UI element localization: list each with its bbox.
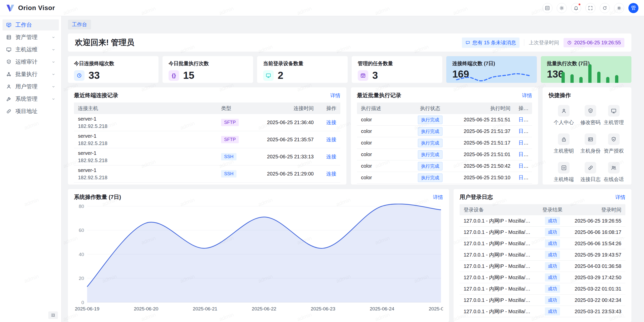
type-cell: SSH: [217, 153, 252, 160]
sidebar-item-dashboard[interactable]: 工作台: [3, 19, 59, 30]
divider: [524, 39, 524, 46]
sidebar-item-asset-list[interactable]: 资产管理: [3, 32, 59, 43]
sidebar-item-label: 批量执行: [15, 70, 37, 78]
login-device-cell: 127.0.0.1 - 内网IP - Mozilla/5.0 (Windows …: [460, 263, 536, 270]
connect-time-cell: 2025-06-25 21:33:13: [252, 154, 318, 160]
connect-link[interactable]: 连接: [326, 154, 336, 159]
connect-link[interactable]: 连接: [326, 171, 336, 176]
quick-action-item[interactable]: 个人中心: [549, 105, 579, 126]
log-link[interactable]: 日志: [518, 117, 529, 122]
column-header: 执行时间: [452, 105, 514, 112]
login-result-badge: 成功: [545, 262, 560, 270]
asset-list-icon: [6, 34, 12, 40]
sidebar-item-wrench[interactable]: 系统管理: [3, 93, 59, 104]
last-login-time: 2025-06-25 19:26:55: [574, 40, 621, 46]
quick-action-item[interactable]: 在线会话: [602, 162, 626, 183]
collapse-icon: [51, 313, 56, 318]
refresh-button[interactable]: [600, 3, 610, 13]
table-row: color执行完成2025-06-25 21:51:51日志: [357, 114, 532, 126]
sidebar-item-user[interactable]: 用户管理: [3, 81, 59, 92]
table-row: 127.0.0.1 - 内网IP - Mozilla/5.0 (Windows …: [460, 249, 625, 261]
login-device-cell: 127.0.0.1 - 内网IP - Mozilla/5.0 (Windows …: [460, 218, 536, 224]
table-row: 127.0.0.1 - 内网IP - Mozilla/5.0 (Windows …: [460, 215, 625, 227]
table-row: 127.0.0.1 - 内网IP - Mozilla/5.0 (Windows …: [460, 238, 625, 249]
user-avatar[interactable]: 管: [628, 3, 638, 13]
host-cell: server-1182.92.5.218: [74, 167, 217, 181]
log-link[interactable]: 日志: [518, 175, 529, 180]
table-row: 127.0.0.1 - 内网IP - Mozilla/5.0 (Windows …: [460, 295, 625, 306]
sidebar-item-shield-check[interactable]: 运维审计: [3, 56, 59, 67]
sidebar-item-cluster[interactable]: 批量执行: [3, 69, 59, 80]
exec-time-cell: 2025-06-25 21:51:51: [452, 117, 514, 123]
connect-link[interactable]: 连接: [326, 137, 336, 142]
quick-action-item[interactable]: 连接日志: [579, 162, 602, 183]
log-link[interactable]: 日志: [518, 140, 529, 146]
stat-card-title: 当前登录设备数量: [263, 60, 342, 67]
exec-time-cell: 2025-06-25 21:51:17: [452, 140, 514, 146]
login-result-badge: 成功: [545, 285, 560, 293]
login-time-cell: 2025-03-29 17:42:50: [569, 275, 625, 280]
log-link[interactable]: 日志: [518, 163, 529, 169]
exec-time-cell: 2025-06-25 21:51:01: [452, 152, 514, 157]
quick-actions-card: 快捷操作 个人中心修改密码主机管理主机密钥主机身份资产授权主机终端连接日志在线会…: [543, 87, 631, 185]
unread-messages-pill[interactable]: 您有 15 条未读消息: [462, 38, 519, 48]
exec-desc-cell: color: [357, 117, 409, 123]
quick-action-item[interactable]: 主机终端: [549, 162, 579, 183]
app-logo[interactable]: Orion Visor: [6, 3, 55, 13]
theme-toggle-button[interactable]: [557, 3, 567, 13]
column-header: 登录设备: [460, 206, 536, 213]
clock-icon: [76, 73, 82, 78]
sidebar-item-desktop[interactable]: 主机运维: [3, 44, 59, 55]
exec-status-badge: 执行完成: [418, 162, 442, 170]
quick-action-item[interactable]: 主机管理: [602, 105, 626, 126]
login-time-cell: 2025-04-03 01:36:58: [569, 263, 625, 269]
sidebar-collapse-button[interactable]: [48, 311, 58, 319]
settings-button[interactable]: [614, 3, 624, 13]
braces-icon: {}: [172, 73, 176, 79]
breadcrumb[interactable]: 工作台: [68, 20, 91, 29]
protocol-badge: SFTP: [221, 136, 239, 143]
quick-action-label: 主机管理: [604, 119, 624, 126]
stat-card-title: 今日连接终端次数: [74, 60, 152, 67]
gear-icon: [617, 6, 622, 11]
login-time-cell: 2025-03-22 01:01:31: [569, 286, 625, 292]
batch-exec-detail-link[interactable]: 详情: [522, 92, 532, 99]
terminal-connections-title: 最近终端连接记录: [74, 92, 118, 99]
table-row: color执行完成2025-06-25 21:51:37日志: [357, 126, 532, 137]
quick-action-label: 在线会话: [604, 176, 624, 183]
notification-dot: [578, 3, 581, 6]
link-icon: [6, 109, 12, 114]
quick-action-item[interactable]: 修改密码: [579, 105, 602, 126]
notifications-button[interactable]: [571, 3, 581, 13]
code-runner-button[interactable]: [542, 3, 552, 13]
login-device-cell: 127.0.0.1 - 内网IP - Mozilla/5.0 (Windows …: [460, 285, 536, 292]
table-row: server-1182.92.5.218SSH2025-06-25 21:29:…: [74, 165, 340, 183]
log-link[interactable]: 日志: [518, 128, 529, 134]
monitor-icon: [611, 108, 617, 114]
batch-exec-spark: [560, 62, 624, 83]
log-link[interactable]: 日志: [518, 152, 529, 157]
connect-link[interactable]: 连接: [326, 120, 336, 125]
login-log-detail-link[interactable]: 详情: [615, 194, 625, 201]
id-card-icon: [588, 136, 593, 142]
column-header: 类型: [217, 105, 252, 112]
table-row: server-1182.92.5.218SFTP2025-06-25 21:36…: [74, 114, 340, 131]
chevron-down-icon: [52, 35, 55, 39]
welcome-banner: 欢迎回来! 管理员 您有 15 条未读消息 上次登录时间 2025-06-25 …: [68, 33, 631, 52]
stat-card-value: 33: [89, 70, 100, 81]
system-operations-detail-link[interactable]: 详情: [433, 194, 443, 201]
main-content: 工作台 欢迎回来! 管理员 您有 15 条未读消息 上次登录时间 2025-06…: [62, 16, 644, 322]
sidebar-item-link[interactable]: 项目地址: [3, 106, 59, 117]
sidebar-item-label: 工作台: [15, 21, 32, 29]
wrench-icon: [6, 96, 12, 102]
terminal-connections-detail-link[interactable]: 详情: [330, 92, 340, 99]
quick-action-item[interactable]: 资产授权: [602, 133, 626, 154]
dashboard-icon: [6, 22, 12, 28]
terminal-connections-spark: [455, 65, 531, 83]
fullscreen-button[interactable]: [585, 3, 595, 13]
quick-action-item[interactable]: 主机身份: [579, 133, 602, 154]
table-row: color执行完成2025-06-25 21:51:17日志: [357, 137, 532, 149]
login-log-title: 用户登录日志: [460, 193, 493, 201]
last-login-label: 上次登录时间: [529, 39, 559, 46]
quick-action-item[interactable]: 主机密钥: [549, 133, 579, 154]
